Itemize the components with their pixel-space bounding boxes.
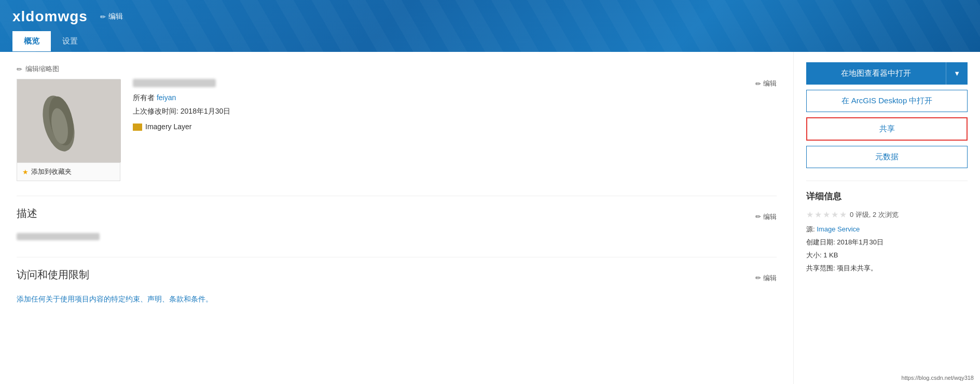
dropdown-arrow-icon: ▼ — [954, 70, 960, 77]
source-prefix: 源: — [806, 225, 815, 233]
size-value: 1 KB — [823, 251, 838, 259]
thumbnail-image — [17, 79, 121, 162]
tab-settings[interactable]: 设置 — [51, 31, 89, 51]
access-section: 访问和使用限制 ✏ 编辑 添加任何关于使用项目内容的特定约束、声明、条款和条件。 — [17, 268, 777, 304]
share-button[interactable]: 共享 — [806, 117, 968, 141]
stars-display: ★ ★ ★ ★ ★ — [806, 210, 847, 220]
open-map-split-button: 在地图查看器中打开 ▼ — [806, 62, 968, 85]
header-edit-button[interactable]: ✏ 编辑 — [96, 10, 127, 23]
thumbnail-edit-label: 编辑缩略图 — [25, 64, 59, 74]
item-edit-pencil-icon: ✏ — [755, 80, 761, 88]
share-range-row: 共享范围: 项目未共享。 — [806, 264, 968, 273]
favorite-label: 添加到收藏夹 — [31, 167, 72, 176]
details-title: 详细信息 — [806, 190, 968, 202]
thumbnail-edit-header[interactable]: ✏ 编辑缩略图 — [17, 64, 777, 74]
item-meta: 所有者 feiyan 上次修改时间: 2018年1月30日 Imagery La… — [133, 79, 743, 181]
header-edit-label: 编辑 — [108, 12, 123, 21]
access-title: 访问和使用限制 — [17, 268, 89, 282]
modified-row: 上次修改时间: 2018年1月30日 — [133, 107, 743, 116]
rating-row: ★ ★ ★ ★ ★ 0 评级, 2 次浏览 — [806, 210, 968, 220]
description-edit-label: 编辑 — [763, 212, 777, 222]
description-pencil-icon: ✏ — [755, 213, 761, 221]
rating-label: 0 评级, 2 次浏览 — [850, 210, 899, 220]
share-range-value: 项目未共享。 — [837, 264, 877, 272]
star-3: ★ — [823, 210, 830, 220]
thumbnail-area: ★ 添加到收藏夹 所有者 feiyan 上次修改时间: 2018年1月30日 — [17, 79, 777, 181]
favorite-button[interactable]: ★ 添加到收藏夹 — [17, 162, 120, 181]
owner-prefix: 所有者 — [133, 93, 155, 102]
layer-type-row: Imagery Layer — [133, 122, 743, 131]
layer-type-icon — [133, 124, 142, 131]
modified-date: 2018年1月30日 — [181, 107, 231, 115]
main-content: ✏ 编辑缩略图 ★ 添加到收藏夹 — [0, 52, 980, 384]
owner-link[interactable]: feiyan — [157, 93, 176, 102]
divider-2 — [17, 257, 777, 257]
open-desktop-button[interactable]: 在 ArcGIS Desktop 中打开 — [806, 90, 968, 112]
item-edit-link[interactable]: ✏ 编辑 — [755, 79, 777, 88]
star-5: ★ — [839, 210, 847, 220]
layer-type-label: Imagery Layer — [145, 122, 191, 131]
item-edit-label: 编辑 — [763, 79, 777, 88]
created-prefix: 创建日期: — [806, 238, 835, 246]
access-edit-link[interactable]: ✏ 编辑 — [755, 273, 777, 283]
size-prefix: 大小: — [806, 251, 822, 259]
tab-bar: 概览 设置 — [12, 31, 968, 51]
tab-overview[interactable]: 概览 — [12, 31, 51, 51]
content-area: ✏ 编辑缩略图 ★ 添加到收藏夹 — [0, 52, 793, 384]
created-date: 2018年1月30日 — [837, 238, 884, 246]
access-edit-label: 编辑 — [763, 273, 777, 283]
owner-row: 所有者 feiyan — [133, 93, 743, 103]
open-map-arrow-button[interactable]: ▼ — [946, 62, 968, 85]
description-title: 描述 — [17, 207, 37, 221]
star-2: ★ — [815, 210, 822, 220]
pencil-icon: ✏ — [100, 13, 106, 21]
footer-url: https://blog.csdn.net/wqy318 — [902, 375, 974, 381]
star-4: ★ — [831, 210, 838, 220]
source-link[interactable]: Image Service — [817, 225, 860, 233]
description-edit-link[interactable]: ✏ 编辑 — [755, 212, 777, 222]
metadata-button[interactable]: 元数据 — [806, 146, 968, 168]
modified-prefix: 上次修改时间: — [133, 107, 178, 115]
created-row: 创建日期: 2018年1月30日 — [806, 238, 968, 247]
item-name-blurred — [133, 79, 216, 87]
header: xldomwgs ✏ 编辑 概览 设置 — [0, 0, 980, 52]
access-pencil-icon: ✏ — [755, 274, 761, 282]
description-content-blurred — [17, 233, 100, 240]
app-title: xldomwgs — [12, 8, 88, 25]
source-row: 源: Image Service — [806, 225, 968, 234]
description-section: 描述 ✏ 编辑 — [17, 207, 777, 240]
thumbnail-pencil-icon: ✏ — [17, 65, 22, 73]
star-1: ★ — [806, 210, 813, 220]
star-icon: ★ — [22, 168, 29, 176]
thumbnail-box: ★ 添加到收藏夹 — [17, 79, 120, 181]
sidebar: 在地图查看器中打开 ▼ 在 ArcGIS Desktop 中打开 共享 元数据 … — [793, 52, 980, 384]
access-link[interactable]: 添加任何关于使用项目内容的特定约束、声明、条款和条件。 — [17, 295, 213, 303]
share-range-prefix: 共享范围: — [806, 264, 835, 272]
size-row: 大小: 1 KB — [806, 251, 968, 260]
divider-1 — [17, 196, 777, 196]
details-section: 详细信息 ★ ★ ★ ★ ★ 0 评级, 2 次浏览 源: Image Serv… — [806, 181, 968, 273]
open-map-button[interactable]: 在地图查看器中打开 — [806, 62, 946, 85]
